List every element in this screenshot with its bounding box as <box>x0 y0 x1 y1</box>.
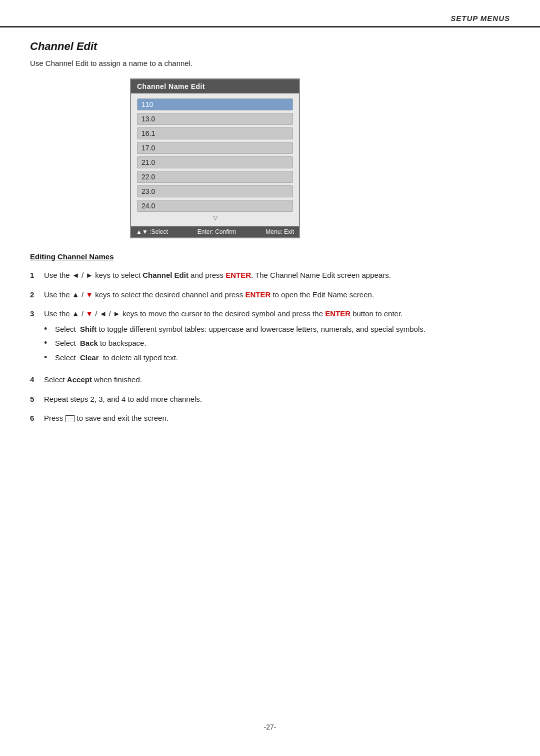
screen-footer: ▲▼ :Select Enter: Confirm Menu: Exit <box>131 226 299 237</box>
sub-bullet-1-text: Select Shift to toggle different symbol … <box>55 324 426 335</box>
step-2-content: Use the ▲ / ▼ keys to select the desired… <box>44 289 510 301</box>
step-1-content: Use the ◄ / ► keys to select Channel Edi… <box>44 270 510 281</box>
scroll-down-indicator: ▽ <box>137 214 293 221</box>
channel-item-5[interactable]: 22.0 <box>137 171 293 183</box>
page-title: Channel Edit <box>30 40 510 53</box>
channel-item-4[interactable]: 21.0 <box>137 156 293 168</box>
step-4-content: Select Accept when finished. <box>44 374 510 386</box>
step-4: 4 Select Accept when finished. <box>30 374 510 386</box>
sub-bullet-2-text: Select Back to backspace. <box>55 338 146 349</box>
steps-list: 1 Use the ◄ / ► keys to select Channel E… <box>30 270 510 424</box>
step-2: 2 Use the ▲ / ▼ keys to select the desir… <box>30 289 510 301</box>
section-heading: Editing Channel Names <box>30 252 510 261</box>
step-6-content: Press ≡≡ to save and exit the screen. <box>44 413 510 424</box>
step-1: 1 Use the ◄ / ► keys to select Channel E… <box>30 270 510 281</box>
step-2-number: 2 <box>30 289 42 301</box>
step-1-bold-1: Channel Edit <box>142 271 188 279</box>
channel-item-6[interactable]: 23.0 <box>137 185 293 197</box>
screen-title: Channel Name Edit <box>131 79 299 93</box>
step-3-down-arrow: ▼ <box>86 309 93 318</box>
step-3: 3 Use the ▲ / ▼ / ◄ / ► keys to move the… <box>30 308 510 366</box>
step-5: 5 Repeat steps 2, 3, and 4 to add more c… <box>30 394 510 405</box>
channel-item-2[interactable]: 16.1 <box>137 127 293 139</box>
page-number: -27- <box>264 723 276 731</box>
bullet-icon-3: • <box>44 352 52 363</box>
step-3-sub-list: • Select Shift to toggle different symbo… <box>44 324 510 364</box>
channel-item-0[interactable]: 110 <box>137 98 293 110</box>
screen-body: 110 13.0 16.1 17.0 21.0 22.0 23.0 24.0 ▽ <box>131 93 299 226</box>
screen-mockup: Channel Name Edit 110 13.0 16.1 17.0 21.… <box>130 78 300 238</box>
footer-confirm: Enter: Confirm <box>198 228 236 235</box>
menu-key-icon: ≡≡ <box>66 415 75 422</box>
step-4-number: 4 <box>30 374 42 386</box>
step-3-number: 3 <box>30 308 42 320</box>
footer-select: ▲▼ :Select <box>136 228 168 235</box>
step-3-enter: ENTER <box>323 309 350 318</box>
screen-box: Channel Name Edit 110 13.0 16.1 17.0 21.… <box>130 78 300 238</box>
step-6: 6 Press ≡≡ to save and exit the screen. <box>30 413 510 424</box>
step-4-accept: Accept <box>67 375 92 384</box>
bullet-icon-1: • <box>44 324 52 335</box>
channel-item-3[interactable]: 17.0 <box>137 142 293 154</box>
main-content: Channel Edit Use Channel Edit to assign … <box>30 40 510 432</box>
step-1-enter: ENTER <box>226 271 251 279</box>
step-5-content: Repeat steps 2, 3, and 4 to add more cha… <box>44 394 510 405</box>
sub-bullet-3: • Select Clear to delete all typed text. <box>44 352 510 364</box>
intro-text: Use Channel Edit to assign a name to a c… <box>30 59 510 67</box>
channel-item-1[interactable]: 13.0 <box>137 113 293 125</box>
step-5-number: 5 <box>30 394 42 405</box>
channel-item-7[interactable]: 24.0 <box>137 200 293 212</box>
step-2-enter: ENTER <box>245 290 270 299</box>
step-1-number: 1 <box>30 270 42 281</box>
step-6-number: 6 <box>30 413 42 424</box>
footer-exit: Menu: Exit <box>266 228 294 235</box>
header-rule <box>0 26 540 27</box>
header-title: SETUP MENUS <box>450 14 510 22</box>
sub-bullet-2: • Select Back to backspace. <box>44 338 510 349</box>
step-2-down-arrow: ▼ <box>86 290 93 299</box>
bullet-icon-2: • <box>44 338 52 349</box>
sub-bullet-3-text: Select Clear to delete all typed text. <box>55 352 178 364</box>
step-3-content: Use the ▲ / ▼ / ◄ / ► keys to move the c… <box>44 308 510 366</box>
sub-bullet-1: • Select Shift to toggle different symbo… <box>44 324 510 335</box>
